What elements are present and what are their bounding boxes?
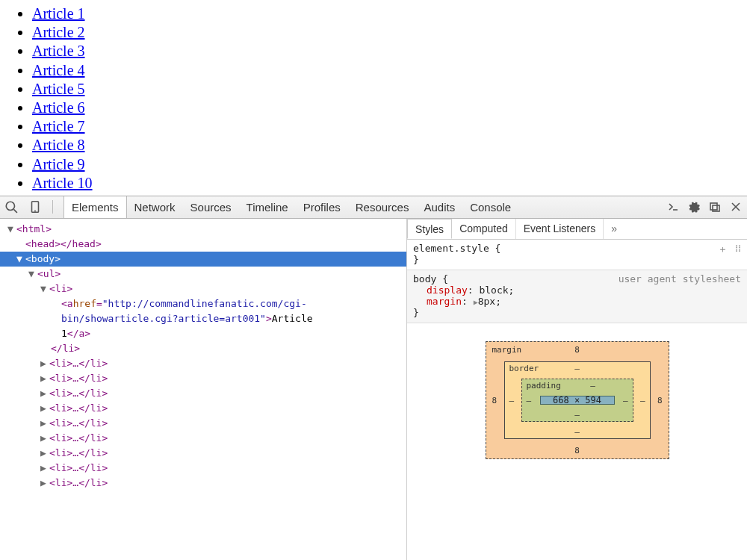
box-model-margin[interactable]: margin 8 8 8 8 border – – – – padding bbox=[486, 341, 669, 459]
tab-sources[interactable]: Sources bbox=[183, 196, 239, 218]
dom-node-a-text[interactable]: 1</a> bbox=[0, 326, 406, 341]
padding-label: padding bbox=[527, 381, 561, 391]
dom-node-head[interactable]: <head></head> bbox=[0, 237, 406, 252]
article-link[interactable]: Article 10 bbox=[32, 175, 93, 191]
dom-node-li-collapsed[interactable]: ▶<li>…</li> bbox=[0, 356, 406, 371]
tab-console[interactable]: Console bbox=[462, 196, 518, 218]
rule-origin: user agent stylesheet bbox=[619, 273, 741, 284]
declaration[interactable]: display: block; bbox=[413, 284, 741, 296]
tab-profiles[interactable]: Profiles bbox=[296, 196, 348, 218]
declaration[interactable]: margin: ▶8px; bbox=[413, 296, 741, 307]
article-link[interactable]: Article 4 bbox=[32, 62, 85, 78]
dom-tree-panel[interactable]: ▼<html> <head></head> ▼<body> ▼<ul> ▼<li… bbox=[0, 219, 407, 560]
inspect-icon[interactable] bbox=[4, 200, 18, 214]
close-icon[interactable] bbox=[729, 200, 743, 214]
svg-point-0 bbox=[6, 202, 14, 211]
dom-node-li-open[interactable]: ▼<li> bbox=[0, 281, 406, 296]
dom-node-li-collapsed[interactable]: ▶<li>…</li> bbox=[0, 476, 406, 491]
list-item: Article 8 bbox=[32, 136, 747, 155]
article-link[interactable]: Article 7 bbox=[32, 118, 85, 134]
styles-tabs: Styles Computed Event Listeners » bbox=[407, 219, 747, 240]
border-label: border bbox=[509, 364, 539, 373]
margin-right-value: 8 bbox=[657, 395, 663, 405]
box-model-padding[interactable]: padding – – – – 668 × 594 bbox=[521, 379, 633, 422]
margin-top-value: 8 bbox=[574, 345, 580, 355]
margin-bottom-value: 8 bbox=[574, 446, 580, 455]
box-model-border[interactable]: border – – – – padding – – – – bbox=[504, 361, 651, 439]
article-link[interactable]: Article 1 bbox=[32, 5, 85, 22]
article-link[interactable]: Article 3 bbox=[32, 43, 85, 59]
article-link[interactable]: Article 8 bbox=[32, 137, 85, 153]
show-console-icon[interactable] bbox=[666, 200, 680, 214]
tab-resources[interactable]: Resources bbox=[348, 196, 417, 218]
dom-node-li-collapsed[interactable]: ▶<li>…</li> bbox=[0, 371, 406, 386]
list-item: Article 3 bbox=[32, 42, 747, 60]
list-item: Article 7 bbox=[32, 117, 747, 136]
article-list: Article 1 Article 2 Article 3 Article 4 … bbox=[32, 4, 747, 193]
content-dimensions: 668 × 594 bbox=[553, 395, 601, 405]
padding-right-value: – bbox=[623, 395, 628, 405]
styles-body: ＋ ⁞⁞ element.style { } user agent styles… bbox=[407, 240, 747, 560]
dom-node-html[interactable]: ▼<html> bbox=[0, 222, 406, 237]
dom-node-li-collapsed[interactable]: ▶<li>…</li> bbox=[0, 446, 406, 461]
list-item: Article 9 bbox=[32, 155, 747, 174]
styles-panel: Styles Computed Event Listeners » ＋ ⁞⁞ e… bbox=[407, 219, 747, 560]
dom-node-body-selected[interactable]: ▼<body> bbox=[0, 252, 406, 267]
dom-node-li-collapsed[interactable]: ▶<li>…</li> bbox=[0, 431, 406, 446]
margin-left-value: 8 bbox=[492, 395, 498, 405]
gear-icon[interactable] bbox=[687, 200, 701, 214]
style-rule-element[interactable]: ＋ ⁞⁞ element.style { } bbox=[407, 240, 747, 270]
devtools-right-controls bbox=[666, 200, 743, 214]
list-item: Article 1 bbox=[32, 4, 747, 23]
rule-brace: } bbox=[413, 254, 741, 265]
dom-node-li-collapsed[interactable]: ▶<li>…</li> bbox=[0, 461, 406, 476]
box-model-content[interactable]: 668 × 594 bbox=[540, 396, 615, 405]
article-link[interactable]: Article 5 bbox=[32, 81, 85, 97]
tab-elements[interactable]: Elements bbox=[63, 196, 127, 218]
padding-bottom-value: – bbox=[574, 410, 580, 420]
rule-brace: } bbox=[413, 307, 741, 318]
toolbar-divider bbox=[52, 200, 53, 214]
article-link[interactable]: Article 9 bbox=[32, 156, 85, 172]
dom-node-a[interactable]: <a href="http://commandlinefanatic.com/c… bbox=[0, 296, 406, 311]
dom-node-li-collapsed[interactable]: ▶<li>…</li> bbox=[0, 401, 406, 416]
box-model: margin 8 8 8 8 border – – – – padding bbox=[407, 323, 747, 459]
article-link[interactable]: Article 2 bbox=[32, 24, 85, 40]
style-rule-body[interactable]: user agent stylesheet body { display: bl… bbox=[407, 270, 747, 323]
new-style-rule-icon[interactable]: ＋ bbox=[718, 243, 728, 256]
device-icon[interactable] bbox=[28, 200, 42, 214]
rule-selector: element.style { bbox=[413, 243, 741, 254]
dom-node-a-cont[interactable]: bin/showarticle.cgi?article=art001">Arti… bbox=[0, 311, 406, 326]
devtools-toolbar: Elements Network Sources Timeline Profil… bbox=[0, 196, 747, 219]
styles-tabs-more-icon[interactable]: » bbox=[604, 223, 624, 234]
list-item: Article 10 bbox=[32, 174, 747, 193]
border-right-value: – bbox=[640, 395, 645, 405]
rendered-page: Article 1 Article 2 Article 3 Article 4 … bbox=[0, 0, 747, 196]
list-item: Article 2 bbox=[32, 23, 747, 42]
list-item: Article 6 bbox=[32, 99, 747, 117]
margin-label: margin bbox=[492, 345, 522, 355]
tab-network[interactable]: Network bbox=[127, 196, 183, 218]
svg-line-1 bbox=[13, 210, 17, 214]
styles-tab-computed[interactable]: Computed bbox=[452, 219, 516, 239]
dom-node-li-close[interactable]: </li> bbox=[0, 341, 406, 356]
dom-node-ul[interactable]: ▼<ul> bbox=[0, 267, 406, 281]
border-bottom-value: – bbox=[574, 427, 580, 437]
toggle-element-state-icon[interactable]: ⁞⁞ bbox=[735, 243, 741, 256]
list-item: Article 4 bbox=[32, 61, 747, 80]
tab-timeline[interactable]: Timeline bbox=[239, 196, 296, 218]
border-top-value: – bbox=[574, 364, 580, 373]
dom-node-li-collapsed[interactable]: ▶<li>…</li> bbox=[0, 416, 406, 431]
dom-node-li-collapsed[interactable]: ▶<li>…</li> bbox=[0, 386, 406, 401]
article-link[interactable]: Article 6 bbox=[32, 99, 85, 116]
list-item: Article 5 bbox=[32, 80, 747, 99]
styles-tab-styles[interactable]: Styles bbox=[407, 219, 452, 239]
border-left-value: – bbox=[509, 395, 515, 405]
svg-rect-5 bbox=[710, 203, 717, 210]
dock-icon[interactable] bbox=[708, 200, 722, 214]
tab-audits[interactable]: Audits bbox=[416, 196, 462, 218]
devtools-panel: Elements Network Sources Timeline Profil… bbox=[0, 196, 747, 560]
styles-tab-listeners[interactable]: Event Listeners bbox=[516, 219, 604, 239]
padding-left-value: – bbox=[527, 395, 532, 405]
devtools-tabs: Elements Network Sources Timeline Profil… bbox=[63, 196, 518, 218]
